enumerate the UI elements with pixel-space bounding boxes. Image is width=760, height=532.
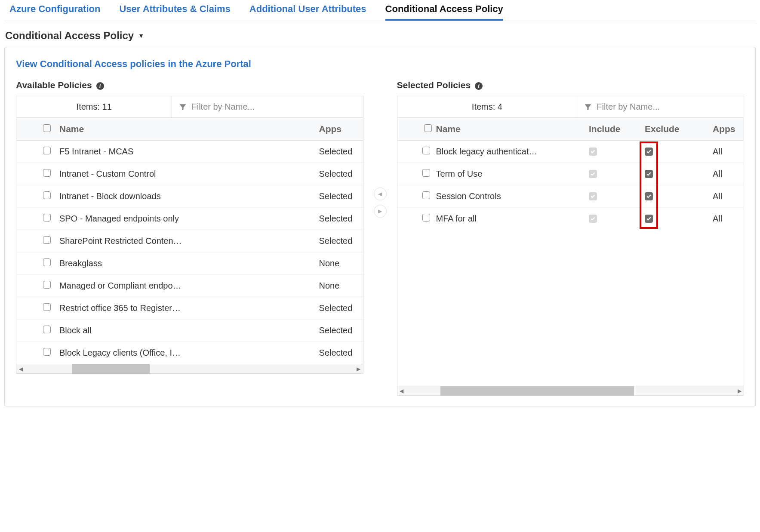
table-row[interactable]: Term of Use All [397, 163, 744, 185]
row-checkbox[interactable] [43, 169, 51, 177]
filter-icon [178, 103, 187, 111]
table-row[interactable]: SharePoint Restricted Conten… Selected [16, 230, 363, 252]
row-checkbox[interactable] [43, 214, 51, 221]
policy-name: Breakglass [59, 252, 316, 274]
table-row[interactable]: Session Controls All [397, 185, 744, 208]
selected-policies: Selected Policies i Items: 4 Name Includ… [397, 80, 745, 396]
row-checkbox[interactable] [422, 147, 430, 154]
info-icon[interactable]: i [96, 82, 104, 90]
scroll-thumb[interactable] [440, 386, 634, 396]
row-checkbox[interactable] [43, 258, 51, 266]
tab-additional-user-attributes[interactable]: Additional User Attributes [249, 0, 366, 21]
available-filter-input[interactable] [191, 102, 356, 112]
include-checkbox [589, 170, 597, 178]
table-row[interactable]: Intranet - Block downloads Selected [16, 185, 363, 208]
table-row[interactable]: SPO - Managed endpoints only Selected [16, 208, 363, 230]
available-header-name[interactable]: Name [59, 118, 316, 140]
tab-user-attributes-claims[interactable]: User Attributes & Claims [119, 0, 230, 21]
table-row[interactable]: F5 Intranet - MCAS Selected [16, 141, 363, 163]
row-checkbox[interactable] [43, 236, 51, 244]
table-row[interactable]: Block all Selected [16, 320, 363, 342]
selected-filter-input[interactable] [597, 102, 737, 112]
scroll-left-icon[interactable]: ◀ [16, 366, 25, 372]
available-select-all-checkbox[interactable] [43, 124, 51, 132]
row-checkbox[interactable] [43, 147, 51, 154]
policy-apps: None [316, 275, 363, 297]
section-title-text: Conditional Access Policy [5, 30, 134, 42]
scroll-thumb[interactable] [72, 364, 150, 374]
available-heading: Available Policies i [16, 80, 363, 90]
selected-items-count: Items: 4 [397, 96, 578, 117]
policy-apps: Selected [316, 163, 363, 185]
table-row[interactable]: Intranet - Custom Control Selected [16, 163, 363, 185]
include-checkbox [589, 148, 597, 156]
tab-azure-configuration[interactable]: Azure Configuration [9, 0, 100, 21]
include-checkbox [589, 215, 597, 223]
exclude-checkbox[interactable] [645, 148, 653, 156]
policy-apps: Selected [316, 230, 363, 252]
row-checkbox[interactable] [43, 281, 51, 289]
policy-apps: Selected [316, 141, 363, 163]
selected-header-exclude[interactable]: Exclude [645, 118, 709, 140]
move-left-button[interactable]: ◀ [374, 188, 387, 200]
selected-select-all-checkbox[interactable] [424, 124, 432, 132]
selected-header-name[interactable]: Name [436, 118, 589, 140]
available-items-count: Items: 11 [16, 96, 172, 117]
policy-name: Restrict office 365 to Register… [59, 297, 316, 319]
policy-name: Block Legacy clients (Office, I… [59, 342, 316, 364]
table-row[interactable]: MFA for all All [397, 208, 744, 230]
available-policies: Available Policies i Items: 11 Name Apps [16, 80, 363, 374]
policy-apps: All [709, 141, 744, 163]
selected-heading-text: Selected Policies [397, 80, 471, 90]
view-policies-link[interactable]: View Conditional Access policies in the … [16, 58, 251, 70]
row-checkbox[interactable] [422, 169, 430, 177]
scroll-left-icon[interactable]: ◀ [397, 388, 406, 394]
row-checkbox[interactable] [43, 303, 51, 311]
policy-apps: Selected [316, 208, 363, 230]
selected-table-body: Block legacy authenticat… All Term of Us… [397, 141, 744, 386]
policy-name: Intranet - Custom Control [59, 163, 316, 185]
table-row[interactable]: Restrict office 365 to Register… Selecte… [16, 297, 363, 320]
row-checkbox[interactable] [422, 191, 430, 199]
selected-header-include[interactable]: Include [589, 118, 645, 140]
row-checkbox[interactable] [43, 326, 51, 333]
policy-name: Term of Use [436, 163, 589, 185]
scroll-right-icon[interactable]: ▶ [354, 366, 363, 372]
table-row[interactable]: Block Legacy clients (Office, I… Selecte… [16, 342, 363, 364]
policy-apps: Selected [316, 320, 363, 341]
table-row[interactable]: Block legacy authenticat… All [397, 141, 744, 163]
selected-header-apps[interactable]: Apps [709, 118, 744, 140]
available-hscrollbar[interactable]: ◀ ▶ [16, 364, 363, 373]
policy-name: SharePoint Restricted Conten… [59, 230, 316, 252]
policy-apps: Selected [316, 185, 363, 207]
policy-name: Session Controls [436, 185, 589, 207]
row-checkbox[interactable] [422, 214, 430, 221]
exclude-checkbox[interactable] [645, 215, 653, 223]
tabs: Azure Configuration User Attributes & Cl… [4, 0, 756, 21]
scroll-right-icon[interactable]: ▶ [735, 388, 744, 394]
include-checkbox [589, 192, 597, 200]
row-checkbox[interactable] [43, 191, 51, 199]
policy-apps: None [316, 252, 363, 274]
policy-name: SPO - Managed endpoints only [59, 208, 316, 230]
policy-name: Intranet - Block downloads [59, 185, 316, 207]
selected-hscrollbar[interactable]: ◀ ▶ [397, 386, 744, 395]
move-right-button[interactable]: ▶ [374, 205, 387, 218]
section-title[interactable]: Conditional Access Policy ▼ [5, 30, 756, 42]
info-icon[interactable]: i [475, 82, 483, 90]
row-checkbox[interactable] [43, 348, 51, 356]
policy-name: MFA for all [436, 208, 589, 230]
policy-name: F5 Intranet - MCAS [59, 141, 316, 163]
table-row[interactable]: Breakglass None [16, 252, 363, 275]
exclude-checkbox[interactable] [645, 170, 653, 178]
policy-name: Block legacy authenticat… [436, 141, 589, 163]
policy-name: Managed or Compliant endpo… [59, 275, 316, 297]
tab-conditional-access-policy[interactable]: Conditional Access Policy [385, 0, 503, 21]
table-row[interactable]: Managed or Compliant endpo… None [16, 275, 363, 297]
exclude-checkbox[interactable] [645, 192, 653, 200]
policy-apps: All [709, 163, 744, 185]
panel: View Conditional Access policies in the … [4, 47, 756, 406]
transfer-buttons: ◀ ▶ [374, 80, 387, 218]
filter-icon [584, 103, 592, 111]
available-header-apps[interactable]: Apps [316, 118, 363, 140]
